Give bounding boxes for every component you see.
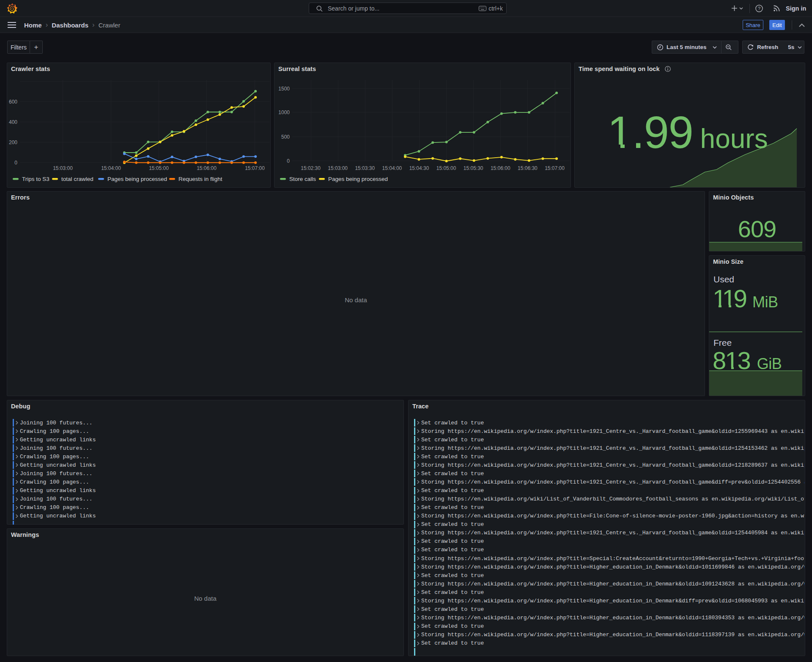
- svg-text:15:07:00: 15:07:00: [245, 165, 265, 171]
- svg-text:600: 600: [9, 99, 17, 105]
- svg-text:15:07:00: 15:07:00: [545, 165, 565, 171]
- svg-text:15:03:00: 15:03:00: [53, 165, 73, 171]
- svg-text:15:04:00: 15:04:00: [382, 165, 402, 171]
- svg-text:Requests in flight: Requests in flight: [178, 176, 222, 182]
- svg-text:15:04:30: 15:04:30: [409, 165, 429, 171]
- svg-text:15:04:00: 15:04:00: [101, 165, 121, 171]
- svg-text:1000: 1000: [278, 109, 290, 115]
- svg-text:400: 400: [9, 119, 17, 125]
- svg-text:Pages being processed: Pages being processed: [107, 176, 167, 182]
- svg-text:200: 200: [9, 140, 17, 145]
- svg-text:0: 0: [287, 158, 290, 164]
- svg-text:15:06:30: 15:06:30: [518, 165, 538, 171]
- svg-text:0: 0: [14, 160, 17, 166]
- svg-text:15:06:00: 15:06:00: [491, 165, 510, 171]
- svg-text:15:03:00: 15:03:00: [328, 165, 348, 171]
- svg-text:Pages being processed: Pages being processed: [328, 176, 388, 182]
- svg-text:15:02:30: 15:02:30: [301, 165, 321, 171]
- svg-text:500: 500: [281, 134, 290, 140]
- svg-text:15:03:30: 15:03:30: [355, 165, 375, 171]
- svg-text:15:06:00: 15:06:00: [197, 165, 217, 171]
- svg-text:total crawled: total crawled: [61, 176, 93, 182]
- svg-text:Store calls: Store calls: [289, 176, 316, 182]
- svg-text:?: ?: [758, 6, 760, 11]
- svg-text:15:05:30: 15:05:30: [464, 165, 483, 171]
- svg-text:15:05:00: 15:05:00: [436, 165, 456, 171]
- svg-text:Trips to S3: Trips to S3: [22, 176, 49, 182]
- svg-text:15:05:00: 15:05:00: [149, 165, 169, 171]
- svg-text:1500: 1500: [278, 86, 290, 92]
